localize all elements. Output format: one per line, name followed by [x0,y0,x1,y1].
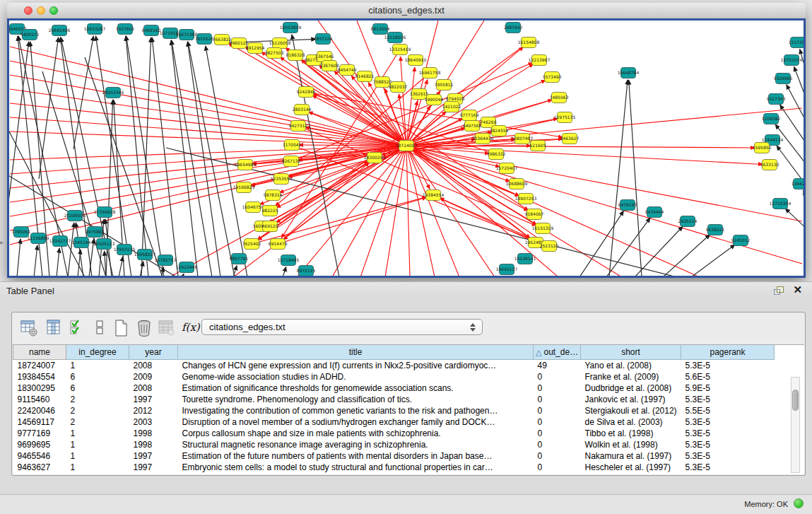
table-row[interactable]: 1830029562008Estimation of significance … [13,382,775,394]
svg-text:9245012: 9245012 [731,238,751,243]
table-cell: 0 [534,439,581,450]
svg-text:9427512: 9427512 [289,123,308,128]
svg-text:9777169: 9777169 [460,112,479,117]
table-cell: Jankovic et al. (1997) [581,394,681,405]
column-header-name[interactable]: name [13,345,66,360]
svg-text:12710354: 12710354 [770,201,792,206]
column-header-pagerank[interactable]: pagerank [681,345,775,360]
svg-text:982225: 982225 [262,208,278,213]
table-cell: Hescheler et al. (1997) [581,462,681,473]
table-scrollbar[interactable] [791,377,800,473]
table-row[interactable]: 977716911998Corpus callosum shape and si… [13,428,775,439]
svg-text:7955812: 7955812 [435,82,454,87]
svg-text:1117203: 1117203 [789,40,804,45]
table-cell: 0 [534,371,581,382]
new-column-icon[interactable] [112,319,131,337]
panel-edge-marker[interactable]: ▸ [0,239,4,246]
table-mode-icon[interactable] [20,319,38,337]
svg-text:2523120: 2523120 [540,243,559,248]
network-canvas[interactable]: 1640557540557220691406106532871527602646… [9,21,804,276]
column-header-short[interactable]: short [581,345,681,360]
svg-text:8912954: 8912954 [246,45,265,50]
svg-text:16782753: 16782753 [155,257,177,262]
svg-text:9146821: 9146821 [355,74,375,78]
table-cell: 0 [534,394,581,405]
svg-text:28053346: 28053346 [102,90,124,95]
table-cell: 1 [66,462,129,473]
svg-text:2803144: 2803144 [293,107,312,112]
table-cell: Franke et al. (2009) [581,371,681,382]
import-table-icon[interactable] [158,319,176,337]
svg-text:9242845: 9242845 [297,89,316,94]
svg-text:3824554: 3824554 [490,128,509,133]
table-cell: 0 [534,416,581,428]
table-row[interactable]: 946554611997Estimation of the future num… [13,450,775,462]
table-row[interactable]: 946362711997Embryonic stem cells: a mode… [13,462,775,473]
float-panel-icon[interactable] [774,286,784,295]
svg-text:20206506: 20206506 [64,213,86,218]
select-all-columns-icon[interactable] [69,319,87,337]
table-cell: 1997 [129,462,178,473]
table-cell: 1 [66,450,129,462]
svg-text:6914479: 6914479 [269,241,288,246]
svg-text:10653287: 10653287 [84,26,106,31]
table-row[interactable]: 1456911722003Disruption of a novel membe… [13,416,775,428]
table-cell: Estimation of significance thresholds fo… [178,382,534,394]
function-builder-icon[interactable]: f(x) [182,321,200,339]
table-row[interactable]: 969969511998Structural magnetic resonanc… [13,439,775,450]
svg-text:1573493: 1573493 [543,74,562,79]
table-cell: 5.6E-5 [681,371,775,382]
delete-column-icon[interactable] [135,319,153,337]
table-row[interactable]: 911546021997Tourette syndrome. Phenomeno… [13,394,775,405]
svg-text:6479197: 6479197 [618,202,637,207]
table-cell: 5.3E-5 [681,450,775,462]
close-panel-icon[interactable]: ✕ [793,284,802,296]
window-titlebar[interactable]: citations_edges.txt [7,3,806,19]
show-columns-icon[interactable] [45,319,64,337]
table-row[interactable]: 1938455462009Genome-wide association stu… [13,371,775,382]
table-cell: Tourette syndrome. Phenomenology and cla… [178,394,534,405]
table-row[interactable]: 1872400712008Changes of HCN gene express… [13,360,775,372]
rows-icon[interactable] [91,319,110,337]
table-selector-dropdown[interactable]: citations_edges.txt [201,319,483,335]
column-header-out_de[interactable]: △out_de… [534,345,581,360]
svg-text:6497568: 6497568 [463,123,482,128]
svg-text:9463627: 9463627 [560,136,579,141]
svg-text:1362615: 1362615 [410,91,429,96]
scrollbar-thumb[interactable] [792,390,799,411]
column-header-year[interactable]: year [129,345,178,360]
table-cell: 22420046 [13,405,66,416]
svg-text:2367608: 2367608 [320,63,339,68]
table-selector-value: citations_edges.txt [209,322,286,332]
table-panel: Table Panel ✕ [0,281,812,496]
table-cell: Dudbridge et al. (2008) [581,382,681,394]
svg-text:1595850: 1595850 [753,145,772,150]
node-table: namein_degreeyeartitle△out_de…shortpager… [13,345,775,473]
svg-text:12923448: 12923448 [176,264,198,269]
svg-text:7986332: 7986332 [487,151,506,156]
column-header-title[interactable]: title [178,345,534,360]
svg-text:7588520: 7588520 [373,79,392,84]
network-window: citations_edges.txt 16405575405572206914… [7,3,806,278]
svg-text:469120: 469120 [262,223,278,228]
table-cell: 1 [66,439,129,450]
svg-text:7663822: 7663822 [213,37,232,42]
network-view[interactable]: 1640557540557220691406106532871527602646… [7,18,806,278]
svg-text:19166825: 19166825 [233,185,255,189]
column-header-in_degree[interactable]: in_degree [66,345,129,360]
svg-text:8454749: 8454749 [338,67,357,72]
memory-status-label: Memory: OK [744,500,788,508]
table-cell: 6 [66,371,129,382]
svg-text:7485063: 7485063 [550,95,569,100]
svg-text:16046756: 16046756 [242,204,264,209]
svg-text:9822037: 9822037 [389,84,408,89]
table-row[interactable]: 2242004622012Investigating the contribut… [13,405,775,416]
svg-text:2687642: 2687642 [504,25,523,30]
svg-text:746266: 746266 [481,119,497,124]
svg-text:13325419: 13325419 [389,47,411,52]
table-cell: 1997 [129,450,178,462]
svg-text:1421022: 1421022 [442,104,461,109]
svg-text:19384554: 19384554 [423,192,445,197]
status-bar: Memory: OK [0,494,812,514]
svg-text:12975135: 12975135 [554,115,576,119]
